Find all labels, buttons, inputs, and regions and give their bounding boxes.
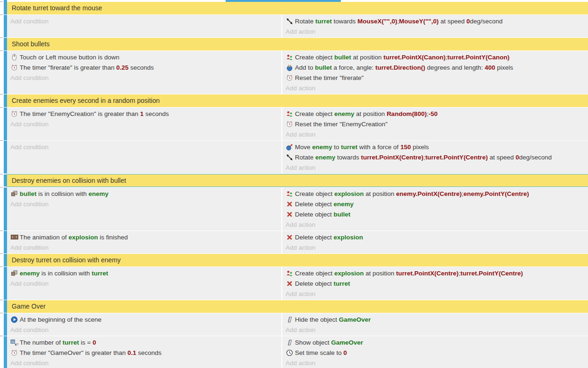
comment-row[interactable]: Rotate turret toward the mouse bbox=[7, 2, 588, 14]
action-line[interactable]: Create object enemy at position Random(8… bbox=[286, 108, 586, 119]
condition-line[interactable]: At the beginning of the scene bbox=[10, 314, 279, 325]
condition-line[interactable]: The timer "GameOver" is greater than 0.1… bbox=[10, 347, 279, 358]
action-text: Create object bullet at position turret.… bbox=[295, 54, 509, 61]
add-condition-button[interactable]: Add condition bbox=[10, 119, 279, 129]
action-line[interactable]: Create object explosion at position enem… bbox=[286, 188, 586, 199]
add-action-button[interactable]: Add action bbox=[286, 289, 586, 299]
text-segment: is in collision with bbox=[37, 190, 88, 197]
condition-line[interactable]: The timer "firerate" is greater than 0.2… bbox=[10, 62, 279, 72]
action-line[interactable]: Rotate turret towards MouseX("",0);Mouse… bbox=[286, 16, 586, 26]
conditions-cell[interactable]: The animation of explosion is finishedAd… bbox=[7, 231, 282, 253]
tree-tick bbox=[0, 253, 3, 254]
conditions-cell[interactable]: Add condition bbox=[7, 141, 282, 173]
action-line[interactable]: Delete object bullet bbox=[286, 209, 586, 219]
comment-row[interactable]: Game Over bbox=[7, 300, 588, 313]
text-segment: pixels bbox=[495, 64, 513, 71]
add-condition-button[interactable]: Add condition bbox=[10, 325, 279, 335]
event-gutter-bar bbox=[4, 2, 7, 14]
event-row[interactable]: The animation of explosion is finishedAd… bbox=[7, 231, 588, 253]
action-line[interactable]: Show object GameOver bbox=[286, 337, 586, 347]
add-action-button[interactable]: Add action bbox=[286, 219, 586, 230]
event-row[interactable]: Touch or Left mouse button is downThe ti… bbox=[7, 51, 588, 94]
add-action-button[interactable]: Add action bbox=[286, 26, 586, 36]
text-segment: explosion bbox=[334, 270, 364, 277]
add-action-button[interactable]: Add action bbox=[286, 358, 586, 368]
event-row[interactable]: Add conditionMove enemy to turret with a… bbox=[7, 141, 588, 173]
text-segment: Touch or Left mouse button is down bbox=[20, 54, 119, 61]
tree-tick bbox=[0, 336, 3, 336]
action-line[interactable]: Delete object turret bbox=[286, 278, 586, 289]
tree-tick bbox=[0, 313, 3, 313]
text-segment: The number of bbox=[20, 339, 63, 346]
text-segment: explosion bbox=[334, 234, 363, 241]
action-line[interactable]: Delete object enemy bbox=[286, 199, 586, 209]
action-line[interactable]: Hide the object GameOver bbox=[286, 314, 586, 325]
comment-row[interactable]: Destroy enemies on collision with bullet bbox=[7, 174, 588, 187]
conditions-cell[interactable]: Touch or Left mouse button is downThe ti… bbox=[7, 51, 282, 94]
actions-cell[interactable]: Create object explosion at position turr… bbox=[282, 267, 588, 300]
add-action-button[interactable]: Add action bbox=[286, 129, 586, 139]
text-segment: Delete object bbox=[295, 234, 334, 241]
event-row[interactable]: Add conditionRotate turret towards Mouse… bbox=[7, 15, 588, 37]
text-segment: enemy bbox=[312, 144, 332, 151]
text-segment: enemy bbox=[316, 154, 336, 161]
conditions-cell[interactable]: enemy is in collision with turretAdd con… bbox=[7, 267, 282, 300]
add-condition-button[interactable]: Add condition bbox=[10, 358, 279, 368]
condition-line[interactable]: bullet is in collision with enemy bbox=[10, 188, 279, 199]
actions-cell[interactable]: Rotate turret towards MouseX("",0);Mouse… bbox=[282, 15, 588, 37]
event-row[interactable]: The timer "EnemyCreation" is greater tha… bbox=[7, 108, 588, 140]
add-condition-button[interactable]: Add condition bbox=[10, 278, 279, 289]
action-line[interactable]: Rotate enemy towards turret.PointX(Centr… bbox=[286, 152, 586, 162]
conditions-cell[interactable]: bullet is in collision with enemyAdd con… bbox=[7, 188, 282, 231]
condition-line[interactable]: The timer "EnemyCreation" is greater tha… bbox=[10, 108, 279, 119]
add-condition-button[interactable]: Add condition bbox=[10, 16, 279, 26]
action-line[interactable]: Move enemy to turret with a force of 150… bbox=[286, 142, 586, 152]
action-line[interactable]: Set time scale to 0 bbox=[286, 347, 586, 358]
conditions-cell[interactable]: At the beginning of the sceneAdd conditi… bbox=[7, 313, 282, 336]
action-line[interactable]: Reset the timer "firerate" bbox=[286, 72, 586, 83]
create-object-icon bbox=[286, 110, 294, 117]
conditions-cell[interactable]: x?The number of turret is = 0The timer "… bbox=[7, 336, 282, 368]
add-action-button[interactable]: Add action bbox=[286, 83, 586, 93]
event-row[interactable]: bullet is in collision with enemyAdd con… bbox=[7, 188, 588, 231]
add-action-button[interactable]: Add action bbox=[286, 162, 586, 173]
action-line[interactable]: Add to bullet a force, angle: turret.Dir… bbox=[286, 62, 586, 72]
condition-line[interactable]: Touch or Left mouse button is down bbox=[10, 52, 279, 62]
condition-line[interactable]: x?The number of turret is = 0 bbox=[10, 337, 279, 347]
actions-cell[interactable]: Delete object explosionAdd action bbox=[282, 231, 588, 253]
add-condition-button[interactable]: Add condition bbox=[10, 72, 279, 83]
comment-row[interactable]: Destroy turret on collision with enemy bbox=[7, 254, 588, 267]
add-condition-button[interactable]: Add condition bbox=[10, 199, 279, 209]
add-condition-button[interactable]: Add condition bbox=[10, 142, 279, 152]
actions-cell[interactable]: Create object explosion at position enem… bbox=[282, 188, 588, 231]
event-row[interactable]: At the beginning of the sceneAdd conditi… bbox=[7, 313, 588, 336]
add-action-button[interactable]: Add action bbox=[286, 325, 586, 335]
event-row[interactable]: x?The number of turret is = 0The timer "… bbox=[7, 336, 588, 368]
actions-cell[interactable]: Show object GameOverSet time scale to 0A… bbox=[282, 336, 588, 368]
condition-line[interactable]: enemy is in collision with turret bbox=[10, 268, 279, 278]
actions-cell[interactable]: Move enemy to turret with a force of 150… bbox=[282, 141, 588, 173]
action-line[interactable]: Delete object explosion bbox=[286, 232, 586, 242]
event-row[interactable]: enemy is in collision with turretAdd con… bbox=[7, 267, 588, 300]
actions-cell[interactable]: Create object enemy at position Random(8… bbox=[282, 108, 588, 140]
add-condition-button[interactable]: Add condition bbox=[10, 242, 279, 253]
action-line[interactable]: Create object bullet at position turret.… bbox=[286, 52, 586, 62]
action-line[interactable]: Reset the timer "EnemyCreation" bbox=[286, 119, 586, 129]
create-object-icon bbox=[286, 190, 294, 197]
condition-text: The timer "EnemyCreation" is greater tha… bbox=[20, 110, 169, 117]
action-line[interactable]: Create object explosion at position turr… bbox=[286, 268, 586, 278]
conditions-cell[interactable]: The timer "EnemyCreation" is greater tha… bbox=[7, 108, 282, 140]
actions-cell[interactable]: Hide the object GameOverAdd action bbox=[282, 313, 588, 336]
event-gutter-bar bbox=[4, 38, 7, 51]
text-segment: enemy bbox=[20, 270, 40, 277]
condition-line[interactable]: The animation of explosion is finished bbox=[10, 232, 279, 242]
text-segment: to bbox=[332, 144, 341, 151]
comment-row[interactable]: Create enemies every second in a random … bbox=[7, 94, 588, 107]
event-gutter-bar bbox=[4, 254, 7, 267]
rotate-icon bbox=[286, 17, 294, 25]
add-action-button[interactable]: Add action bbox=[286, 242, 586, 253]
comment-row[interactable]: Shoot bullets bbox=[7, 38, 588, 51]
conditions-cell[interactable]: Add condition bbox=[7, 15, 282, 37]
action-text: Rotate turret towards MouseX("",0);Mouse… bbox=[295, 18, 503, 25]
actions-cell[interactable]: Create object bullet at position turret.… bbox=[282, 51, 588, 94]
